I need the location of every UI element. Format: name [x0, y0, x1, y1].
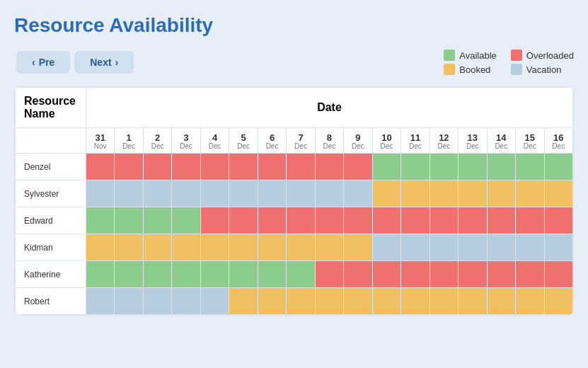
- cell-3-12: [430, 234, 458, 261]
- table-row: Edward: [16, 207, 573, 234]
- table-row: Kidman: [16, 234, 573, 261]
- cell-2-3: [172, 207, 200, 234]
- cell-5-6: [258, 288, 286, 315]
- next-button[interactable]: Next ›: [74, 51, 134, 74]
- availability-table: Resource NameDate31Nov1Dec2Dec3Dec4Dec5D…: [15, 87, 573, 315]
- cell-2-0: [86, 207, 115, 234]
- available-label: Available: [459, 50, 497, 61]
- cell-0-16: [544, 154, 573, 180]
- available-color-swatch: [444, 50, 455, 61]
- cell-5-16: [544, 288, 573, 315]
- date-col-3: 3Dec: [172, 128, 200, 154]
- cell-2-7: [287, 207, 315, 234]
- cell-4-1: [115, 261, 143, 288]
- cell-2-6: [258, 207, 286, 234]
- cell-0-4: [200, 154, 229, 180]
- date-col-9: 9Dec: [344, 128, 372, 154]
- cell-1-12: [430, 180, 458, 207]
- cell-1-6: [258, 180, 286, 207]
- cell-3-7: [287, 234, 315, 261]
- date-col-12: 12Dec: [430, 128, 458, 154]
- empty-corner: [16, 128, 86, 154]
- cell-2-8: [315, 207, 343, 234]
- resource-name-4: Katherine: [16, 261, 86, 288]
- cell-4-0: [86, 261, 115, 288]
- cell-3-2: [143, 234, 171, 261]
- cell-4-4: [200, 261, 229, 288]
- cell-4-8: [315, 261, 343, 288]
- date-header: Date: [86, 88, 573, 128]
- cell-1-2: [143, 180, 171, 207]
- cell-0-3: [172, 154, 200, 180]
- cell-4-10: [372, 261, 400, 288]
- cell-1-5: [229, 180, 258, 207]
- nav-buttons: ‹ Pre Next ›: [14, 51, 136, 74]
- availability-table-container: Resource NameDate31Nov1Dec2Dec3Dec4Dec5D…: [14, 86, 574, 316]
- next-chevron-icon: ›: [115, 57, 119, 68]
- cell-0-11: [401, 154, 430, 180]
- date-col-10: 10Dec: [372, 128, 400, 154]
- overloaded-label: Overloaded: [526, 50, 574, 61]
- cell-3-1: [115, 234, 143, 261]
- cell-5-13: [459, 288, 487, 315]
- next-label: Next: [90, 57, 111, 68]
- page-title: Resource Availability: [14, 14, 574, 37]
- date-col-16: 16Dec: [544, 128, 573, 154]
- date-col-7: 7Dec: [287, 128, 315, 154]
- cell-3-3: [172, 234, 200, 261]
- cell-2-16: [544, 207, 573, 234]
- cell-5-15: [516, 288, 544, 315]
- cell-3-5: [229, 234, 258, 261]
- cell-5-5: [229, 288, 258, 315]
- cell-5-11: [401, 288, 430, 315]
- cell-4-2: [143, 261, 171, 288]
- cell-2-15: [516, 207, 544, 234]
- cell-2-1: [115, 207, 143, 234]
- cell-4-14: [487, 261, 515, 288]
- cell-5-0: [86, 288, 115, 315]
- cell-0-14: [487, 154, 515, 180]
- date-col-4: 4Dec: [200, 128, 229, 154]
- pre-button[interactable]: ‹ Pre: [16, 51, 70, 74]
- cell-0-0: [86, 154, 115, 180]
- cell-4-3: [172, 261, 200, 288]
- cell-2-2: [143, 207, 171, 234]
- cell-2-11: [401, 207, 430, 234]
- date-col-15: 15Dec: [516, 128, 544, 154]
- cell-2-4: [200, 207, 229, 234]
- cell-1-1: [115, 180, 143, 207]
- cell-2-9: [344, 207, 372, 234]
- cell-3-10: [372, 234, 400, 261]
- cell-0-6: [258, 154, 286, 180]
- cell-1-3: [172, 180, 200, 207]
- cell-4-5: [229, 261, 258, 288]
- cell-4-15: [516, 261, 544, 288]
- cell-1-0: [86, 180, 115, 207]
- resource-name-5: Robert: [16, 288, 86, 315]
- date-col-0: 31Nov: [86, 128, 115, 154]
- cell-3-8: [315, 234, 343, 261]
- cell-3-14: [487, 234, 515, 261]
- cell-5-9: [344, 288, 372, 315]
- cell-0-1: [115, 154, 143, 180]
- cell-4-16: [544, 261, 573, 288]
- resource-name-3: Kidman: [16, 234, 86, 261]
- date-col-2: 2Dec: [143, 128, 171, 154]
- legend-vacation: Vacation: [511, 64, 574, 75]
- table-row: Robert: [16, 288, 573, 315]
- date-col-14: 14Dec: [487, 128, 515, 154]
- table-row: Katherine: [16, 261, 573, 288]
- cell-2-13: [459, 207, 487, 234]
- cell-2-10: [372, 207, 400, 234]
- cell-1-8: [315, 180, 343, 207]
- cell-4-6: [258, 261, 286, 288]
- cell-3-4: [200, 234, 229, 261]
- legend-booked: Booked: [444, 64, 497, 75]
- booked-label: Booked: [459, 64, 490, 75]
- cell-1-10: [372, 180, 400, 207]
- date-col-6: 6Dec: [258, 128, 286, 154]
- legend: Available Overloaded Booked Vacation: [444, 50, 574, 75]
- pre-label: Pre: [39, 57, 55, 68]
- cell-5-2: [143, 288, 171, 315]
- cell-5-14: [487, 288, 515, 315]
